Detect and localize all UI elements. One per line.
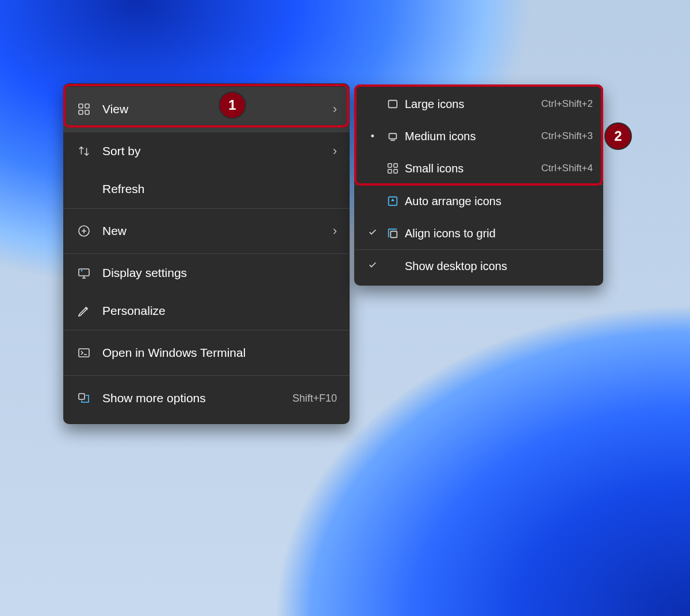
menu-item-label: Personalize (102, 304, 337, 318)
menu-item-label: Show more options (102, 391, 282, 405)
new-icon (76, 224, 92, 238)
svg-rect-11 (388, 164, 392, 167)
auto-arrange-icon (383, 195, 402, 207)
desktop-context-menu: View › Sort by › Refresh (63, 83, 350, 424)
submenu-item-medium-icons[interactable]: • Medium icons Ctrl+Shift+3 (354, 120, 603, 152)
chevron-right-icon: › (333, 224, 337, 238)
terminal-icon (76, 346, 92, 360)
medium-icons-icon (383, 130, 402, 143)
menu-item-label: Display settings (102, 266, 337, 280)
submenu-item-shortcut: Ctrl+Shift+4 (541, 163, 593, 174)
check-mark-checked (365, 260, 381, 272)
svg-rect-16 (390, 231, 397, 237)
svg-rect-7 (79, 349, 89, 357)
svg-rect-2 (79, 110, 83, 114)
menu-item-open-terminal[interactable]: Open in Windows Terminal (63, 330, 350, 375)
svg-rect-1 (85, 104, 89, 108)
annotation-step-1: 1 (220, 93, 245, 118)
submenu-item-shortcut: Ctrl+Shift+2 (541, 98, 593, 110)
view-icon (76, 102, 92, 116)
svg-point-6 (81, 270, 83, 272)
large-icons-icon (383, 98, 402, 110)
submenu-item-label: Medium icons (405, 130, 539, 143)
display-settings-icon (76, 266, 92, 280)
submenu-item-label: Align icons to grid (405, 227, 593, 240)
svg-rect-5 (79, 269, 89, 276)
svg-rect-12 (394, 164, 397, 167)
more-options-icon (76, 391, 92, 405)
align-grid-icon (383, 227, 402, 240)
menu-item-label: Sort by (102, 144, 323, 158)
menu-item-new[interactable]: New › (63, 209, 350, 253)
menu-item-sort-by[interactable]: Sort by › (63, 132, 350, 170)
svg-rect-9 (389, 101, 397, 108)
menu-item-show-more-options[interactable]: Show more options Shift+F10 (63, 376, 350, 421)
submenu-item-align-grid[interactable]: Align icons to grid (354, 217, 603, 249)
svg-rect-0 (79, 104, 83, 108)
chevron-right-icon: › (333, 102, 337, 117)
menu-item-label: View (102, 102, 323, 116)
submenu-item-label: Large icons (405, 98, 539, 111)
annotation-step-number: 2 (614, 128, 622, 144)
radio-mark-selected: • (365, 130, 381, 143)
submenu-item-show-desktop-icons[interactable]: Show desktop icons (354, 250, 603, 282)
submenu-item-large-icons[interactable]: Large icons Ctrl+Shift+2 (354, 88, 603, 120)
small-icons-icon (383, 162, 402, 175)
menu-item-label: Refresh (102, 182, 337, 196)
menu-item-refresh[interactable]: Refresh (63, 170, 350, 208)
desktop-wallpaper[interactable]: View › Sort by › Refresh (0, 0, 690, 616)
chevron-right-icon: › (333, 144, 337, 159)
svg-rect-8 (79, 394, 85, 399)
svg-rect-13 (388, 170, 392, 173)
submenu-item-shortcut: Ctrl+Shift+3 (541, 130, 593, 142)
submenu-item-label: Show desktop icons (405, 260, 593, 273)
submenu-item-label: Auto arrange icons (405, 195, 593, 208)
menu-item-label: New (102, 224, 323, 238)
view-submenu: Large icons Ctrl+Shift+2 • Medium icons … (354, 84, 603, 286)
menu-item-display-settings[interactable]: Display settings (63, 254, 350, 292)
menu-item-label: Open in Windows Terminal (102, 346, 337, 360)
menu-item-personalize[interactable]: Personalize (63, 292, 350, 330)
sort-icon (76, 145, 92, 157)
svg-rect-3 (85, 110, 89, 114)
annotation-step-2: 2 (605, 124, 631, 149)
svg-rect-10 (389, 133, 397, 138)
check-mark-checked (365, 228, 381, 240)
annotation-step-number: 1 (228, 97, 236, 113)
svg-rect-14 (394, 170, 397, 173)
submenu-item-small-icons[interactable]: Small icons Ctrl+Shift+4 (354, 152, 603, 184)
submenu-item-auto-arrange[interactable]: Auto arrange icons (354, 185, 603, 217)
submenu-item-label: Small icons (405, 162, 539, 175)
menu-item-view[interactable]: View › (63, 87, 350, 132)
menu-item-shortcut: Shift+F10 (292, 392, 337, 405)
personalize-icon (76, 304, 92, 318)
